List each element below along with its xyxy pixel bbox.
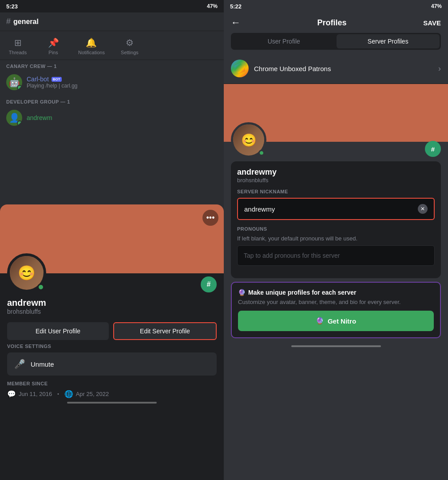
chevron-right-icon: › [438, 64, 441, 73]
right-battery: 47% [431, 3, 442, 9]
server-list-item[interactable]: Chrome Unboxed Patrons › [224, 53, 448, 84]
tab-user-profile[interactable]: User Profile [232, 34, 336, 48]
voice-settings-label: VOICE SETTINGS [7, 344, 217, 349]
server-name: Chrome Unboxed Patrons [254, 65, 433, 72]
right-header: ← Profiles SAVE [224, 12, 448, 33]
server-icon-inner [234, 63, 245, 74]
right-profile-card: andrewmy brohsnbluffs SERVER NICKNAME an… [231, 161, 441, 278]
tab-notifications-label: Notifications [78, 50, 105, 55]
left-status-bar: 5:23 47% [0, 0, 224, 12]
server-join-date: 🌐 Apr 25, 2022 [64, 390, 109, 398]
right-hashtag-icon: # [431, 145, 435, 153]
dev-group-label: DEVELOPER GROUP — 1 [6, 99, 218, 104]
save-button[interactable]: SAVE [423, 19, 441, 27]
pronouns-label: PRONOUNS [237, 226, 435, 232]
server-icon-small: 🌐 [64, 390, 73, 398]
notifications-icon: 🔔 [86, 37, 97, 48]
discord-date: Jun 11, 2016 [19, 391, 52, 397]
right-panel: 5:22 47% ← Profiles SAVE User Profile Se… [224, 0, 448, 480]
pronouns-hint: If left blank, your default pronouns wil… [237, 235, 435, 242]
andrewm-name: andrewm [27, 114, 52, 121]
nitro-icon: 🔮 [238, 289, 246, 296]
carl-bot-name-row: Carl-bot BOT [27, 76, 78, 83]
mute-icon: 🎤 [14, 359, 25, 369]
nitro-title: 🔮 Make unique profiles for each server [238, 289, 434, 296]
carl-bot-item[interactable]: 🤖 Carl-bot BOT Playing /help | carl.gg [6, 72, 218, 92]
pronouns-section: PRONOUNS If left blank, your default pro… [237, 226, 435, 266]
andrewm-avatar: 👤 [6, 110, 22, 126]
tab-threads-label: Threads [9, 50, 27, 55]
profile-online-dot [37, 284, 44, 291]
right-scroll-indicator [291, 345, 381, 347]
channel-header: # general [0, 12, 224, 31]
right-username: andrewmy [237, 168, 435, 177]
left-panel: 5:23 47% # general ⊞ Threads 📌 Pins 🔔 No… [0, 0, 224, 480]
settings-icon: ⚙ [126, 37, 134, 48]
hashtag-icon: # [207, 280, 211, 288]
server-nickname-label: SERVER NICKNAME [237, 189, 435, 194]
profile-actions: Edit User Profile Edit Server Profile [0, 319, 224, 344]
tab-bar: ⊞ Threads 📌 Pins 🔔 Notifications ⚙ Setti… [0, 31, 224, 60]
edit-server-profile-button[interactable]: Edit Server Profile [113, 322, 217, 340]
get-nitro-button[interactable]: 🔮 Get Nitro [238, 311, 434, 331]
canary-crew-section: CANARY CREW — 1 🤖 Carl-bot BOT Playing /… [0, 60, 224, 96]
nitro-desc: Customize your avatar, banner, theme, an… [238, 299, 434, 305]
server-nickname-value: andrewmy [244, 205, 414, 213]
right-hashtag-button[interactable]: # [425, 141, 441, 157]
canary-crew-label: CANARY CREW — 1 [6, 64, 218, 69]
tab-pins-label: Pins [48, 50, 58, 55]
left-battery: 47% [207, 3, 218, 9]
carl-bot-avatar: 🤖 [6, 74, 22, 90]
pins-icon: 📌 [48, 37, 59, 48]
member-since-label: MEMBER SINCE [7, 381, 217, 386]
carl-bot-info: Carl-bot BOT Playing /help | carl.gg [27, 76, 78, 89]
page-title: Profiles [317, 18, 347, 28]
more-options-button[interactable]: ••• [202, 210, 218, 226]
andrewm-item[interactable]: 👤 andrewm [6, 108, 218, 128]
carl-bot-name: Carl-bot [27, 76, 49, 83]
carl-bot-status: Playing /help | carl.gg [27, 83, 78, 89]
tab-server-profiles[interactable]: Server Profiles [337, 34, 440, 48]
tab-threads[interactable]: ⊞ Threads [0, 35, 36, 60]
tab-settings[interactable]: ⚙ Settings [112, 35, 147, 60]
nitro-btn-icon: 🔮 [316, 317, 324, 325]
nitro-title-text: Make unique profiles for each server [248, 289, 357, 296]
developer-group-section: DEVELOPER GROUP — 1 👤 andrewm [0, 96, 224, 131]
server-nickname-group: SERVER NICKNAME andrewmy ✕ [237, 189, 435, 220]
tab-pins[interactable]: 📌 Pins [36, 35, 71, 60]
right-online-dot [258, 150, 265, 156]
left-time: 5:23 [6, 3, 18, 10]
carl-bot-online-dot [17, 85, 22, 90]
clear-nickname-button[interactable]: ✕ [418, 204, 428, 214]
bot-badge: BOT [52, 77, 62, 82]
unmute-label: Unmute [31, 360, 54, 368]
hashtag-button[interactable]: # [201, 276, 217, 292]
voice-card[interactable]: 🎤 Unmute [7, 352, 217, 376]
tab-settings-label: Settings [121, 50, 139, 55]
member-since-row: 💬 Jun 11, 2016 • 🌐 Apr 25, 2022 [7, 390, 217, 398]
right-status-bar: 5:22 47% [224, 0, 448, 12]
discord-join-date: 💬 Jun 11, 2016 [7, 390, 52, 398]
profile-tabs: User Profile Server Profiles [231, 33, 441, 50]
right-profile-avatar-section: 😊 # [224, 122, 448, 158]
edit-user-profile-button[interactable]: Edit User Profile [7, 322, 109, 340]
hash-icon: # [6, 17, 11, 26]
right-handle: brohsnbluffs [237, 177, 435, 184]
pronouns-input[interactable]: Tap to add pronouns for this server [237, 245, 435, 266]
nitro-btn-label: Get Nitro [328, 317, 356, 325]
profile-username: andrewm [7, 298, 217, 308]
profile-avatar-section: 😊 # [0, 253, 224, 292]
server-nickname-input-wrapper[interactable]: andrewmy ✕ [237, 198, 435, 220]
threads-icon: ⊞ [14, 37, 22, 48]
server-date: Apr 25, 2022 [76, 391, 109, 397]
back-button[interactable]: ← [231, 17, 241, 28]
profile-handle: brohsnbluffs [7, 308, 217, 315]
tab-notifications[interactable]: 🔔 Notifications [71, 35, 112, 60]
scroll-indicator [67, 402, 157, 404]
more-options-icon: ••• [206, 213, 215, 223]
date-separator: • [57, 392, 59, 396]
channel-name: general [13, 18, 39, 26]
right-time: 5:22 [230, 3, 242, 10]
profile-overlay: ••• 😊 # andrewm brohsnbluffs Edit User P… [0, 204, 224, 480]
server-icon [231, 60, 249, 77]
